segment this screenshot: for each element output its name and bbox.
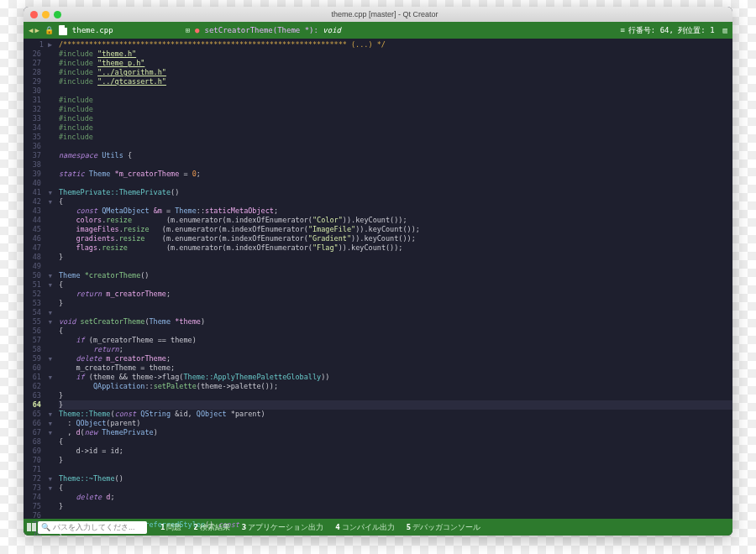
cursor-position[interactable]: 行番号: 64, 列位置: 1 [628,25,715,36]
split-icon[interactable]: ⊞ [186,26,190,34]
modified-indicator-icon: ● [195,26,199,34]
function-selector[interactable]: setCreatorTheme(Theme *): void [204,26,341,34]
window-title: theme.cpp [master] - Qt Creator [30,10,732,18]
qt-creator-window: theme.cpp [master] - Qt Creator ◀ ▶ 🔒 th… [24,7,732,536]
editor-toolbar: ◀ ▶ 🔒 theme.cpp ⊞ ● setCreatorTheme(Them… [24,22,732,39]
titlebar[interactable]: theme.cpp [master] - Qt Creator [24,7,732,22]
locator-input[interactable]: 🔍 パスを入力してくださ... [38,521,147,534]
split-editor-icon[interactable]: ▥ [723,26,727,34]
code-area[interactable]: /***************************************… [55,39,732,519]
search-icon: 🔍 [41,523,50,531]
nav-back-icon[interactable]: ◀ [29,26,33,34]
output-pane-4[interactable]: 4コンパイル出力 [330,520,399,535]
output-pane-1[interactable]: 1問題 [155,520,186,535]
output-pane-5[interactable]: 5デバッガコンソール [402,520,486,535]
file-icon [59,25,67,35]
code-editor[interactable]: 1 ▶26 27 28 29 30 31 32 33 34 35 36 37 3… [24,39,732,519]
menu-icon[interactable]: ≡ [620,26,624,34]
sidebar-toggle-icon[interactable] [27,523,36,531]
locator-placeholder: パスを入力してくださ... [53,522,135,533]
filename-label[interactable]: theme.cpp [72,26,113,34]
lock-icon[interactable]: 🔒 [45,26,54,34]
nav-forward-icon[interactable]: ▶ [34,26,39,34]
output-pane-3[interactable]: 3アプリケーション出力 [237,520,328,535]
output-pane-tabs: 1問題2検索結果3アプリケーション出力4コンパイル出力5デバッガコンソール [155,520,486,535]
line-number-gutter[interactable]: 1 ▶26 27 28 29 30 31 32 33 34 35 36 37 3… [24,39,55,519]
output-pane-2[interactable]: 2検索結果 [188,520,234,535]
nav-arrows: ◀ ▶ [29,26,39,34]
